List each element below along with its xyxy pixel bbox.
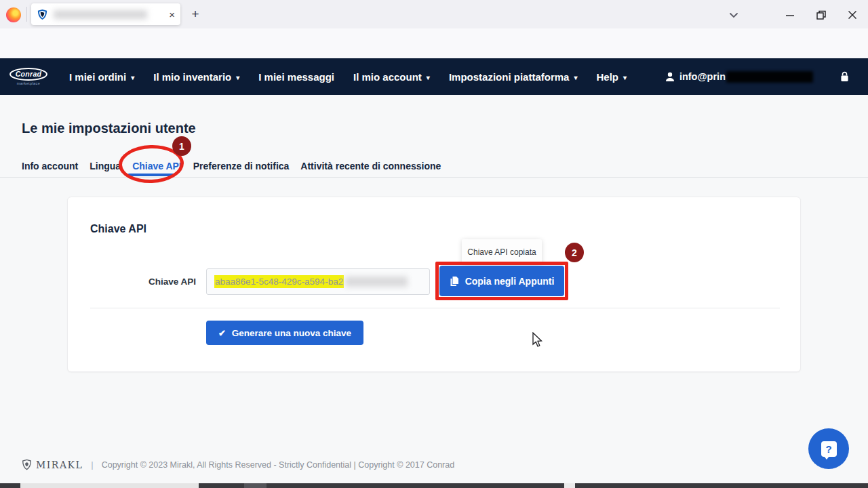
annotation-badge-1: 1: [172, 136, 191, 156]
caret-down-icon: ▾: [427, 74, 430, 81]
user-email[interactable]: info@prin: [679, 71, 726, 82]
taskbar-segment: [244, 483, 267, 488]
list-all-tabs-chevron-icon[interactable]: [727, 8, 741, 22]
settings-tabs: Info account Lingua Chiave API Preferenz…: [22, 161, 441, 171]
site-navbar: Conrad marketplace I miei ordini▾ Il mio…: [0, 58, 868, 95]
email-redacted: [726, 71, 813, 83]
api-key-card: Chiave API Chiave API copiata Chiave API…: [67, 197, 801, 372]
tab-lingua[interactable]: Lingua: [90, 161, 121, 171]
card-heading: Chiave API: [90, 223, 146, 235]
page-title: Le mie impostazioni utente: [22, 121, 196, 136]
copy-to-clipboard-button[interactable]: Copia negli Appunti: [439, 266, 564, 296]
nav-item-account[interactable]: Il mio account▾: [344, 71, 439, 83]
caret-down-icon: ▾: [623, 74, 627, 81]
browser-toolbar: https://conradb2b-prod.mirakl.net/mmp/sh…: [0, 28, 868, 58]
browser-tab-bar: × +: [0, 0, 868, 28]
firefox-logo-icon: [6, 7, 21, 22]
caret-down-icon: ▾: [236, 74, 239, 81]
copy-icon: [450, 276, 459, 287]
help-bubble-icon: ?: [821, 441, 837, 457]
window-close-button[interactable]: [845, 8, 860, 22]
nav-item-ordini[interactable]: I miei ordini▾: [60, 71, 144, 83]
api-key-label: Chiave API: [68, 277, 196, 287]
session-lock-icon[interactable]: [840, 71, 849, 82]
footer: MIRAKL | Copyright © 2023 Mirakl, All Ri…: [22, 459, 454, 470]
taskbar-edge: [0, 483, 868, 488]
tab-preferenze-notifica[interactable]: Preferenze di notifica: [193, 161, 290, 171]
nav-item-impostazioni[interactable]: Impostazioni piattaforma▾: [439, 71, 587, 83]
nav-item-inventario[interactable]: Il mio inventario▾: [144, 71, 249, 83]
tab-title-redacted: [54, 10, 147, 19]
caret-down-icon: ▾: [574, 74, 577, 81]
annotation-badge-2: 2: [565, 243, 584, 262]
check-icon: ✔: [218, 328, 226, 338]
browser-tab[interactable]: ×: [31, 3, 180, 25]
mirakl-wordmark: MIRAKL: [36, 460, 83, 470]
tab-close-icon[interactable]: ×: [169, 9, 175, 20]
conrad-logo[interactable]: Conrad marketplace: [9, 68, 47, 85]
mouse-cursor: [531, 332, 545, 348]
window-minimize-button[interactable]: [783, 8, 797, 22]
tab-separator: [26, 7, 27, 22]
help-fab-button[interactable]: ?: [808, 428, 849, 469]
card-divider: [90, 308, 780, 308]
mirakl-favicon-shield-icon: [37, 9, 48, 20]
taskbar-segment: [20, 483, 199, 488]
copyright-text: Copyright © 2023 Mirakl, All Rights Rese…: [102, 460, 455, 470]
api-key-value-highlighted: abaa86e1-5c48-429c-a594-ba2: [214, 275, 344, 288]
nav-item-help[interactable]: Help▾: [587, 71, 636, 83]
copied-tooltip: Chiave API copiata: [462, 239, 542, 264]
caret-down-icon: ▾: [131, 74, 134, 81]
taskbar-segment: [564, 483, 575, 488]
tab-attivita-connessione[interactable]: Attività recente di connessione: [300, 161, 441, 171]
user-icon: [665, 72, 675, 82]
mirakl-shield-icon: [22, 459, 32, 470]
tab-info-account[interactable]: Info account: [22, 161, 78, 171]
api-key-field[interactable]: abaa86e1-5c48-429c-a594-ba2: [206, 268, 430, 295]
generate-new-key-button[interactable]: ✔ Generare una nuova chiave: [206, 321, 363, 345]
window-restore-button[interactable]: [814, 8, 829, 22]
new-tab-button[interactable]: +: [187, 6, 203, 22]
api-key-redacted: [345, 277, 408, 287]
nav-item-messaggi[interactable]: I miei messaggi: [249, 71, 344, 83]
